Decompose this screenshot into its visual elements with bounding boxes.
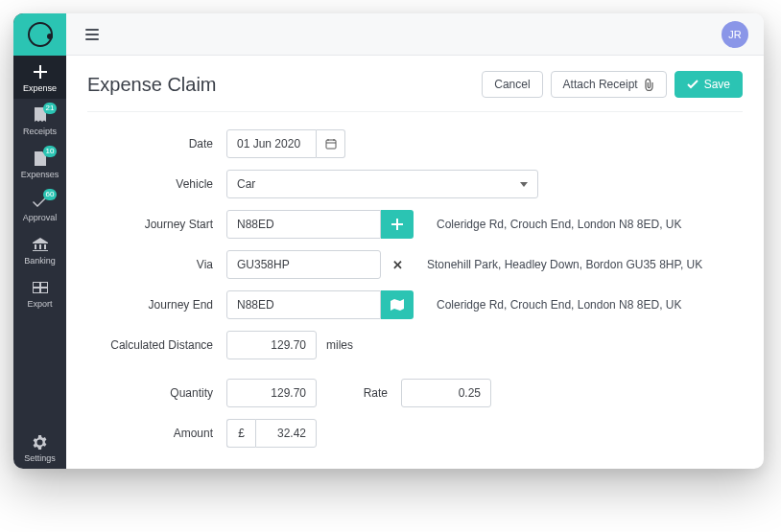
date-picker-button[interactable] xyxy=(317,129,345,158)
row-vehicle: Vehicle Car xyxy=(87,170,743,198)
add-waypoint-button[interactable] xyxy=(381,210,414,239)
page-header: Expense Claim Cancel Attach Receipt Save xyxy=(87,71,743,112)
sidebar-label: Export xyxy=(27,299,52,309)
check-icon xyxy=(687,80,698,89)
plus-icon xyxy=(31,63,50,81)
label-quantity: Quantity xyxy=(87,386,226,400)
calendar-icon xyxy=(325,138,337,150)
sidebar-item-expenses[interactable]: 10 Expenses xyxy=(13,142,66,185)
label-rate: Rate xyxy=(330,386,388,400)
amount-input[interactable] xyxy=(255,419,317,448)
button-label: Cancel xyxy=(494,78,530,91)
close-icon: ✕ xyxy=(392,258,403,272)
page-title: Expense Claim xyxy=(87,74,217,96)
vehicle-select[interactable]: Car xyxy=(226,170,538,198)
sidebar-label: Expenses xyxy=(21,170,59,179)
badge: 21 xyxy=(43,103,57,114)
clear-via-button[interactable]: ✕ xyxy=(381,250,414,279)
label-vehicle: Vehicle xyxy=(87,177,226,191)
via-address: Stonehill Park, Headley Down, Bordon GU3… xyxy=(427,258,702,271)
label-via: Via xyxy=(87,258,226,271)
menu-toggle[interactable] xyxy=(82,25,103,44)
end-address: Coleridge Rd, Crouch End, London N8 8ED,… xyxy=(437,298,681,312)
rate-input[interactable] xyxy=(401,379,491,407)
distance-input[interactable] xyxy=(226,331,317,359)
avatar[interactable]: JR xyxy=(722,21,748,48)
main-panel: JR Expense Claim Cancel Attach Receipt S… xyxy=(66,13,764,469)
label-end: Journey End xyxy=(87,298,226,312)
header-actions: Cancel Attach Receipt Save xyxy=(482,71,743,98)
sidebar-item-receipts[interactable]: 21 Receipts xyxy=(13,99,66,142)
expense-form: Date Vehicle Car Jo xyxy=(87,112,743,448)
sidebar-item-approval[interactable]: 60 Approval xyxy=(13,185,66,228)
distance-unit: miles xyxy=(326,338,353,352)
journey-start-input[interactable] xyxy=(226,210,381,239)
badge: 10 xyxy=(43,146,57,157)
topbar: JR xyxy=(66,13,764,56)
journey-end-input[interactable] xyxy=(226,290,381,319)
sidebar-label: Approval xyxy=(23,213,58,222)
sidebar: Expense 21 Receipts 10 Expenses 60 Appro… xyxy=(13,13,66,469)
vehicle-value: Car xyxy=(237,177,255,191)
button-label: Save xyxy=(704,78,730,91)
badge: 60 xyxy=(43,189,57,200)
svg-rect-0 xyxy=(326,140,336,149)
row-date: Date xyxy=(87,129,743,158)
map-button[interactable] xyxy=(381,290,414,319)
row-amount: Amount £ xyxy=(87,419,743,448)
sidebar-item-settings[interactable]: Settings xyxy=(13,426,66,469)
row-quantity-rate: Quantity Rate xyxy=(87,379,743,407)
app-window: Expense 21 Receipts 10 Expenses 60 Appro… xyxy=(13,13,764,469)
bank-icon xyxy=(31,236,50,253)
label-distance: Calculated Distance xyxy=(87,338,226,352)
sidebar-label: Expense xyxy=(23,83,57,93)
sidebar-item-banking[interactable]: Banking xyxy=(13,228,66,271)
gear-icon xyxy=(31,433,50,451)
paperclip-icon xyxy=(644,79,654,91)
attach-receipt-button[interactable]: Attach Receipt xyxy=(551,71,667,98)
table-icon xyxy=(31,279,50,296)
user-initials: JR xyxy=(728,29,741,40)
row-via: Via ✕ Stonehill Park, Headley Down, Bord… xyxy=(87,250,743,279)
sidebar-item-expense[interactable]: Expense xyxy=(13,56,66,99)
sidebar-label: Receipts xyxy=(23,127,57,136)
row-journey-start: Journey Start Coleridge Rd, Crouch End, … xyxy=(87,210,743,239)
map-icon xyxy=(390,299,404,311)
via-input[interactable] xyxy=(226,250,381,279)
sidebar-label: Settings xyxy=(24,453,56,463)
currency-symbol: £ xyxy=(226,419,255,448)
label-date: Date xyxy=(87,137,226,150)
row-journey-end: Journey End Coleridge Rd, Crouch End, Lo… xyxy=(87,290,743,319)
quantity-input[interactable] xyxy=(226,379,317,407)
cancel-button[interactable]: Cancel xyxy=(482,71,542,98)
chevron-down-icon xyxy=(520,182,528,187)
save-button[interactable]: Save xyxy=(674,71,743,98)
sidebar-label: Banking xyxy=(24,256,56,266)
page-content: Expense Claim Cancel Attach Receipt Save xyxy=(66,56,764,459)
button-label: Attach Receipt xyxy=(563,78,638,91)
row-distance: Calculated Distance miles xyxy=(87,331,743,359)
label-start: Journey Start xyxy=(87,218,226,231)
sidebar-item-export[interactable]: Export xyxy=(13,271,66,314)
app-logo xyxy=(13,13,66,56)
date-input[interactable] xyxy=(226,129,317,158)
logo-icon xyxy=(28,22,53,47)
plus-icon xyxy=(391,219,403,230)
start-address: Coleridge Rd, Crouch End, London N8 8ED,… xyxy=(437,218,681,231)
label-amount: Amount xyxy=(87,427,226,440)
